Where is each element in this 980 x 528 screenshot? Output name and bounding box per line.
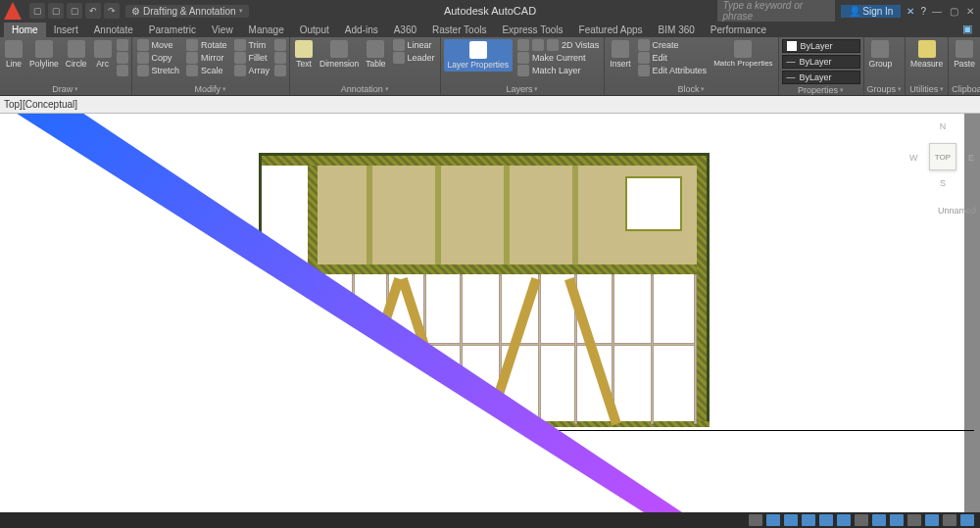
hardware-accel-icon[interactable]: [907, 514, 921, 526]
viewcube-north[interactable]: N: [940, 121, 947, 131]
array-button[interactable]: Array: [232, 65, 272, 76]
viewcube-east[interactable]: E: [968, 153, 974, 163]
paste-button[interactable]: Paste: [952, 39, 977, 70]
edit-block-button[interactable]: Edit: [636, 52, 710, 64]
rotate-button[interactable]: Rotate: [184, 39, 229, 51]
copy-button[interactable]: Copy: [135, 52, 182, 64]
signin-button[interactable]: 👤 Sign In: [841, 5, 902, 18]
rectangle-icon[interactable]: [117, 39, 128, 51]
explode-icon[interactable]: [274, 52, 286, 64]
annotation-scale-icon[interactable]: [872, 514, 886, 526]
lineweight-selector[interactable]: —ByLayer: [782, 55, 860, 69]
viewcube[interactable]: N W TOP E S Unnamed: [915, 121, 970, 200]
group-button[interactable]: Group: [867, 39, 895, 70]
tab-addins[interactable]: Add-ins: [337, 23, 386, 37]
undo-icon[interactable]: ↶: [85, 3, 101, 19]
tab-performance[interactable]: Performance: [703, 23, 774, 37]
match-prop-button[interactable]: Match Properties: [711, 39, 774, 69]
arc-button[interactable]: Arc: [92, 39, 114, 70]
app-logo-icon[interactable]: [4, 2, 22, 20]
tab-raster[interactable]: Raster Tools: [424, 23, 494, 37]
tab-home[interactable]: Home: [4, 23, 46, 37]
create-block-button[interactable]: Create: [636, 39, 710, 51]
polyline-icon: [35, 40, 53, 58]
leader-button[interactable]: Leader: [391, 52, 437, 64]
line-button[interactable]: Line: [3, 39, 24, 70]
ortho-toggle-icon[interactable]: [802, 514, 815, 526]
stretch-button[interactable]: Stretch: [135, 65, 182, 76]
erase-icon[interactable]: [274, 39, 286, 51]
save-icon[interactable]: ▢: [67, 3, 82, 19]
panel-utils-title: Utilities: [909, 84, 938, 94]
tab-view[interactable]: View: [204, 23, 241, 37]
redo-icon[interactable]: ↷: [104, 3, 120, 19]
workspace-selector[interactable]: ⚙ Drafting & Annotation ▾: [125, 5, 249, 18]
new-icon[interactable]: ▢: [29, 3, 45, 19]
snap-toggle-icon[interactable]: [784, 514, 798, 526]
tab-insert[interactable]: Insert: [46, 23, 86, 37]
viewcube-west[interactable]: W: [909, 153, 918, 163]
fillet-button[interactable]: Fillet: [232, 52, 272, 64]
lineweight-toggle-icon[interactable]: [855, 514, 868, 526]
ribbon-collapse-icon[interactable]: ▣: [955, 21, 980, 37]
ellipse-icon[interactable]: [117, 65, 128, 76]
tab-a360[interactable]: A360: [386, 23, 424, 37]
tab-manage[interactable]: Manage: [241, 23, 292, 37]
tab-output[interactable]: Output: [292, 23, 337, 37]
chevron-down-icon[interactable]: ▾: [222, 85, 226, 93]
search-input[interactable]: Type a keyword or phrase: [717, 0, 835, 23]
drawing-canvas[interactable]: N W TOP E S Unnamed: [0, 114, 980, 512]
circle-button[interactable]: Circle: [64, 39, 89, 70]
array-icon: [234, 65, 246, 76]
move-icon: [137, 39, 149, 51]
layer-properties-button[interactable]: Layer Properties: [444, 39, 513, 72]
help-icon[interactable]: ?: [920, 6, 926, 17]
polar-toggle-icon[interactable]: [819, 514, 833, 526]
ucs-label[interactable]: Unnamed: [938, 206, 976, 216]
chevron-down-icon[interactable]: ▾: [701, 85, 705, 93]
workspace-icon[interactable]: [890, 514, 904, 526]
measure-button[interactable]: Measure: [908, 39, 945, 70]
close-icon[interactable]: ✕: [966, 6, 974, 17]
offset-icon[interactable]: [274, 65, 286, 76]
color-selector[interactable]: ByLayer: [782, 39, 860, 53]
linetype-selector[interactable]: —ByLayer: [782, 71, 860, 84]
match-layer-button[interactable]: Match Layer: [515, 65, 601, 76]
tab-express[interactable]: Express Tools: [494, 23, 570, 37]
insert-button[interactable]: Insert: [608, 39, 632, 70]
scale-button[interactable]: Scale: [184, 65, 229, 76]
customize-icon[interactable]: [960, 514, 974, 526]
tab-bim360[interactable]: BIM 360: [651, 23, 703, 37]
hatch-icon[interactable]: [117, 52, 128, 64]
chevron-down-icon[interactable]: ▾: [385, 85, 389, 93]
trim-button[interactable]: Trim: [232, 39, 272, 51]
open-icon[interactable]: ▢: [48, 3, 64, 19]
isolate-icon[interactable]: [925, 514, 939, 526]
chevron-down-icon[interactable]: ▾: [840, 86, 844, 94]
mirror-button[interactable]: Mirror: [184, 52, 229, 64]
model-button[interactable]: [749, 514, 762, 526]
grid-toggle-icon[interactable]: [766, 514, 780, 526]
text-button[interactable]: Text: [293, 39, 315, 70]
move-button[interactable]: Move: [135, 39, 182, 51]
chevron-down-icon[interactable]: ▾: [74, 85, 78, 93]
dimension-button[interactable]: Dimension: [318, 39, 361, 70]
polyline-button[interactable]: Polyline: [27, 39, 61, 70]
osnap-toggle-icon[interactable]: [837, 514, 851, 526]
tab-parametric[interactable]: Parametric: [141, 23, 204, 37]
minimize-icon[interactable]: —: [932, 6, 942, 17]
viewcube-face[interactable]: TOP: [929, 143, 956, 170]
table-button[interactable]: Table: [364, 39, 387, 70]
edit-attr-button[interactable]: Edit Attributes: [636, 65, 710, 76]
make-current-button[interactable]: Make Current: [515, 52, 601, 64]
clean-screen-icon[interactable]: [943, 514, 956, 526]
maximize-icon[interactable]: ▢: [950, 6, 958, 17]
tab-annotate[interactable]: Annotate: [86, 23, 141, 37]
viewcube-south[interactable]: S: [940, 178, 946, 188]
tab-featured[interactable]: Featured Apps: [571, 23, 651, 37]
layer-state-row[interactable]: 2D Vistas: [515, 39, 601, 51]
exchange-icon[interactable]: ✕: [906, 6, 914, 17]
linear-button[interactable]: Linear: [391, 39, 437, 51]
viewport-label[interactable]: Top][Conceptual]: [4, 99, 77, 110]
chevron-down-icon[interactable]: ▾: [534, 85, 538, 93]
